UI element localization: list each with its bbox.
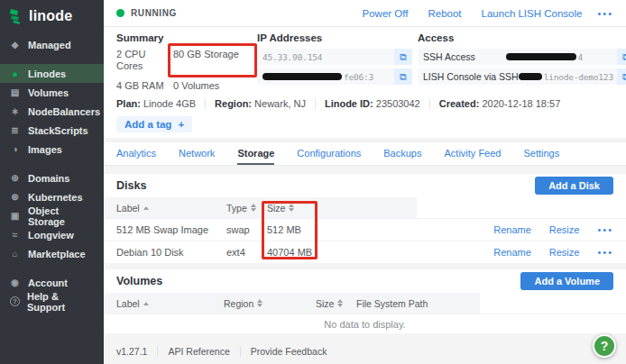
sidebar-item-nodebalancers[interactable]: ∗ NodeBalancers <box>0 102 104 121</box>
launch-lish-console-button[interactable]: Launch LISH Console <box>472 8 593 19</box>
region-label: Region: <box>215 98 252 109</box>
summary-storage: 80 GB Storage <box>173 49 252 72</box>
sidebar-item-help-support[interactable]: ? Help & Support <box>0 292 104 311</box>
copy-icon[interactable]: ⧉ <box>394 49 412 65</box>
sidebar-item-domains[interactable]: ⊕ Domains <box>0 168 104 187</box>
domains-icon: ⊕ <box>9 173 21 183</box>
lish-value-visible: linode-demo123 <box>544 72 613 82</box>
tab-activity-feed[interactable]: Activity Feed <box>444 142 501 165</box>
add-tag-button[interactable]: Add a tag + <box>116 116 192 132</box>
sidebar-item-kubernetes[interactable]: ⊛ Kubernetes <box>0 187 104 206</box>
tab-settings[interactable]: Settings <box>523 142 559 165</box>
sidebar-item-label: Longview <box>28 230 74 241</box>
disk-row-swap: 512 MB Swap Image swap 512 MB Rename Res… <box>104 218 626 241</box>
summary-section: Summary 2 CPU Cores 80 GB Storage 4 GB R… <box>116 32 252 92</box>
add-volume-button[interactable]: Add a Volume <box>520 272 613 290</box>
volumes-title: Volumes <box>116 275 162 287</box>
sidebar-item-volumes[interactable]: ▤ Volumes <box>0 83 104 102</box>
tab-configurations[interactable]: Configurations <box>297 142 361 165</box>
disks-table-header: Label Type Size <box>104 197 626 218</box>
summary-ram: 4 GB RAM <box>116 80 173 92</box>
sidebar-item-label: Help & Support <box>27 291 95 313</box>
disks-title: Disks <box>116 179 146 192</box>
sidebar-item-linodes[interactable]: ● Linodes <box>0 64 104 83</box>
access-title: Access <box>418 32 626 44</box>
volumes-col-label[interactable]: Label <box>104 298 211 309</box>
disks-col-label[interactable]: Label <box>104 203 214 214</box>
reboot-button[interactable]: Reboot <box>418 8 471 19</box>
linode-logo[interactable]: linode <box>0 6 104 35</box>
ssh-access-visible: 4 <box>578 52 584 62</box>
row-more-actions-icon[interactable]: ••• <box>597 247 613 258</box>
sidebar-item-label: NodeBalancers <box>28 106 100 117</box>
volumes-icon: ▤ <box>9 87 21 97</box>
volumes-col-size[interactable]: Size <box>303 298 344 309</box>
sort-asc-icon <box>143 206 149 210</box>
ssh-access-row: SSH Access 4 ⧉ <box>418 49 626 65</box>
disks-col-size[interactable]: Size <box>254 203 354 214</box>
provide-feedback-link[interactable]: Provide Feedback <box>240 346 337 357</box>
linode-status-bar: RUNNING Power Off Reboot Launch LISH Con… <box>104 0 626 27</box>
status-label: RUNNING <box>131 8 177 18</box>
created-label: Created: <box>439 98 480 109</box>
resize-button[interactable]: Resize <box>549 224 580 235</box>
tab-backups[interactable]: Backups <box>383 142 421 165</box>
sidebar-item-stackscripts[interactable]: ≣ StackScripts <box>0 121 104 140</box>
volumes-col-region[interactable]: Region <box>211 298 303 309</box>
ip-addresses-title: IP Addresses <box>257 32 412 44</box>
access-section: Access SSH Access 4 ⧉ LISH Console via S… <box>418 32 626 92</box>
volumes-table-header: Label Region Size File System Path <box>104 293 626 314</box>
status-indicator: RUNNING <box>116 8 177 18</box>
copy-icon[interactable]: ⧉ <box>617 68 626 85</box>
api-reference-link[interactable]: API Reference <box>157 346 239 357</box>
plan-label: Plan: <box>116 98 141 109</box>
disks-card: Disks Add a Disk Label Type Size <box>104 174 626 263</box>
more-actions-icon[interactable]: ••• <box>592 8 613 19</box>
rename-button[interactable]: Rename <box>493 224 531 235</box>
account-icon: ◉ <box>9 278 21 287</box>
footer: v1.27.1 API Reference Provide Feedback <box>104 339 626 364</box>
ipv4-address: 45.33.90.154 <box>262 52 322 62</box>
sidebar-item-account[interactable]: ◉ Account <box>0 273 104 292</box>
sidebar-item-marketplace[interactable]: ⌂ Marketplace <box>0 244 104 263</box>
resize-button[interactable]: Resize <box>549 247 580 258</box>
linode-id-value: 23503042 <box>376 98 420 109</box>
copy-icon[interactable]: ⧉ <box>394 68 412 85</box>
ssh-redaction-bar <box>506 53 576 60</box>
sidebar-item-managed[interactable]: ◆ Managed <box>0 35 104 54</box>
sort-icon <box>337 299 343 307</box>
tab-network[interactable]: Network <box>179 142 215 165</box>
longview-icon: ≈ <box>9 230 21 240</box>
linode-details-row: Plan: Linode 4GB Region: Newark, NJ Lino… <box>116 98 613 110</box>
tab-analytics[interactable]: Analytics <box>116 142 156 165</box>
images-icon: ◑ <box>9 144 21 154</box>
row-more-actions-icon[interactable]: ••• <box>597 224 613 235</box>
ssh-access-label: SSH Access <box>423 51 475 62</box>
help-fab-button[interactable]: ? <box>593 334 616 358</box>
disk-size-0: 512 MB <box>254 224 354 235</box>
main-content: RUNNING Power Off Reboot Launch LISH Con… <box>104 0 626 364</box>
volumes-card: Volumes Add a Volume Label Region Size <box>104 269 626 333</box>
disks-col-type[interactable]: Type <box>214 203 254 214</box>
rename-button[interactable]: Rename <box>493 247 531 258</box>
region-value: Newark, NJ <box>254 98 306 109</box>
sidebar-item-object-storage[interactable]: ▣ Object Storage <box>0 206 104 225</box>
ipv6-redaction-bar <box>262 73 342 80</box>
linode-id-label: Linode ID: <box>325 98 373 109</box>
app-window: linode ◆ Managed ● Linodes ▤ Volumes ∗ N… <box>0 0 626 364</box>
sidebar: linode ◆ Managed ● Linodes ▤ Volumes ∗ N… <box>0 0 104 364</box>
sidebar-item-label: Object Storage <box>28 205 95 227</box>
add-disk-button[interactable]: Add a Disk <box>535 177 613 195</box>
disk-type: swap <box>214 224 254 235</box>
sidebar-item-longview[interactable]: ≈ Longview <box>0 225 104 244</box>
sidebar-item-images[interactable]: ◑ Images <box>0 140 104 159</box>
tab-storage[interactable]: Storage <box>237 142 274 165</box>
nodebalancers-icon: ∗ <box>9 106 21 116</box>
ipv6-address-visible: fe06:3 <box>344 72 373 82</box>
sidebar-item-label: Account <box>28 278 68 288</box>
copy-icon[interactable]: ⧉ <box>617 49 626 65</box>
ipv4-row: 45.33.90.154 ⧉ <box>257 49 412 65</box>
power-off-button[interactable]: Power Off <box>353 8 419 19</box>
running-status-dot <box>116 9 124 17</box>
sort-asc-icon <box>143 302 149 305</box>
